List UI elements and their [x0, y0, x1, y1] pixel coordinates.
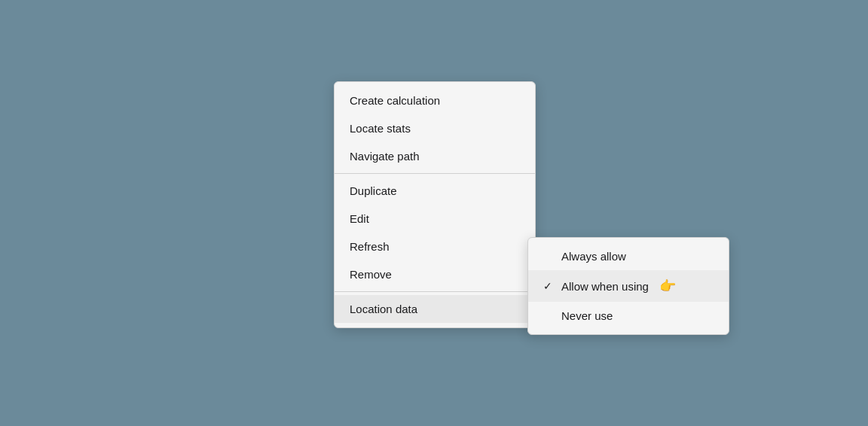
menu-item-locate-stats[interactable]: Locate stats [335, 114, 535, 142]
submenu-item-allow-when-using[interactable]: ✓ Allow when using 👉 [528, 270, 729, 302]
submenu-item-always-allow[interactable]: Always allow [528, 242, 729, 270]
checkmark-never-use [543, 310, 555, 322]
menu-item-edit[interactable]: Edit [335, 205, 535, 233]
divider-2 [335, 291, 535, 292]
checkmark-always-allow [543, 251, 555, 263]
cursor-pointer-icon: 👉 [659, 278, 676, 294]
submenu-item-never-use[interactable]: Never use [528, 302, 729, 330]
menu-item-create-calculation[interactable]: Create calculation [335, 87, 535, 114]
menu-item-remove[interactable]: Remove [335, 260, 535, 288]
checkmark-allow-when-using: ✓ [543, 280, 555, 292]
menu-item-refresh[interactable]: Refresh [335, 233, 535, 260]
menu-item-navigate-path[interactable]: Navigate path [335, 142, 535, 170]
menu-item-duplicate[interactable]: Duplicate [335, 177, 535, 205]
menu-item-location-data[interactable]: Location data [335, 295, 535, 323]
main-context-menu: Create calculation Locate stats Navigate… [334, 81, 536, 328]
location-submenu: Always allow ✓ Allow when using 👉 Never … [527, 237, 729, 335]
divider-1 [335, 173, 535, 174]
